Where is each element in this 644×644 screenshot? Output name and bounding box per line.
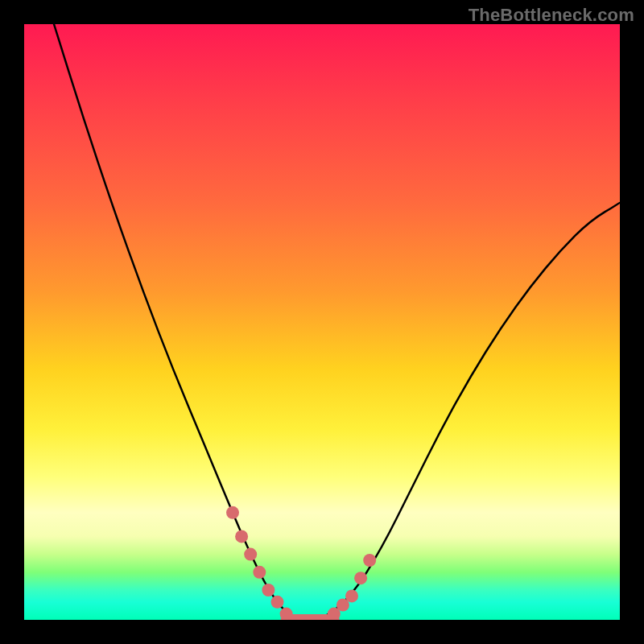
highlight-dot <box>345 589 358 602</box>
highlight-dot <box>354 572 367 584</box>
highlight-dot <box>363 554 376 567</box>
highlight-dot <box>244 548 257 561</box>
highlight-dot <box>235 530 248 543</box>
chart-frame: TheBottleneck.com <box>0 0 644 644</box>
watermark-text: TheBottleneck.com <box>469 5 634 26</box>
highlight-dot <box>271 596 284 609</box>
highlight-dot <box>253 566 266 579</box>
highlight-dot <box>226 506 239 519</box>
plot-area <box>24 24 620 620</box>
highlight-dot <box>262 584 275 597</box>
highlight-dot <box>280 608 293 620</box>
bottleneck-curve-svg <box>24 24 620 620</box>
bottleneck-curve <box>54 24 620 620</box>
highlight-dots <box>226 506 376 620</box>
